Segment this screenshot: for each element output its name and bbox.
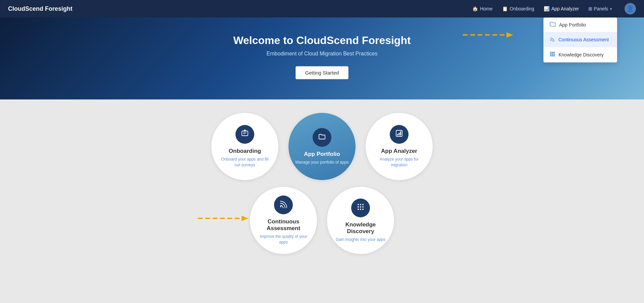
app-brand: CloudScend Foresight	[8, 5, 472, 12]
knowledge-discovery-circle-icon	[356, 203, 365, 213]
app-portfolio-icon-wrap	[313, 128, 331, 147]
circle-app-analyzer[interactable]: App Analyzer Analyze your apps for migra…	[366, 113, 433, 180]
bottom-circles-row: Continuous Assessment Improve the qualit…	[250, 187, 394, 254]
nav-links: 🏠 Home 📋 Onboarding 📊 App Analyzer ⊞ Pan…	[472, 3, 636, 14]
svg-rect-5	[552, 53, 553, 55]
nav-onboarding[interactable]: 📋 Onboarding	[502, 6, 534, 11]
svg-rect-18	[400, 131, 401, 135]
circle-continuous-assessment[interactable]: Continuous Assessment Improve the qualit…	[250, 187, 317, 254]
svg-rect-2	[552, 52, 553, 53]
chevron-down-icon: ▾	[610, 7, 612, 11]
main-arrow	[198, 214, 252, 223]
dropdown-item-continuous-assessment[interactable]: Continuous Assessment	[544, 32, 617, 47]
svg-point-20	[358, 204, 359, 205]
app-analyzer-label: App Analyzer	[381, 148, 417, 155]
svg-point-0	[550, 40, 551, 41]
svg-point-26	[358, 209, 359, 210]
knowledge-discovery-label: Knowledge Discovery	[334, 221, 387, 235]
svg-marker-13	[241, 216, 248, 221]
continuous-assessment-circle-icon	[279, 200, 288, 210]
panels-grid-icon: ⊞	[588, 6, 592, 11]
app-analyzer-circle-icon	[395, 129, 404, 140]
dropdown-item-knowledge-discovery[interactable]: Knowledge Discovery	[544, 47, 617, 62]
svg-point-28	[362, 209, 364, 210]
circle-onboarding[interactable]: Onboarding Onboard your apps and fill ou…	[211, 113, 278, 180]
onboarding-icon-wrap	[235, 125, 254, 144]
app-analyzer-icon: 📊	[544, 6, 549, 11]
rss-icon	[550, 36, 555, 43]
onboarding-label: Onboarding	[229, 148, 261, 155]
app-portfolio-label: App Portfolio	[304, 151, 340, 158]
navbar: CloudScend Foresight 🏠 Home 📋 Onboarding…	[0, 0, 644, 17]
app-analyzer-icon-wrap	[390, 125, 409, 144]
circles-container: Onboarding Onboard your apps and fill ou…	[171, 113, 473, 254]
getting-started-button[interactable]: Getting Started	[296, 66, 349, 79]
nav-home[interactable]: 🏠 Home	[472, 6, 492, 11]
svg-point-24	[360, 206, 361, 208]
circle-knowledge-discovery[interactable]: Knowledge Discovery Gain insights into y…	[327, 187, 394, 254]
onboarding-icon: 📋	[502, 6, 508, 11]
folder-icon	[550, 22, 556, 28]
knowledge-discovery-icon-wrap	[351, 199, 370, 217]
panels-dropdown-menu: App Portfolio Continuous Assessment	[543, 17, 617, 62]
home-icon: 🏠	[472, 6, 478, 11]
svg-point-22	[362, 204, 364, 205]
svg-point-27	[360, 209, 361, 210]
hero-arrow	[463, 30, 517, 40]
onboarding-circle-icon	[240, 129, 249, 140]
circle-app-portfolio[interactable]: App Portfolio Manage your portfolio of a…	[288, 113, 356, 180]
svg-point-19	[280, 206, 281, 207]
svg-rect-6	[553, 53, 555, 55]
grid-icon	[550, 51, 555, 58]
nav-panels-dropdown[interactable]: ⊞ Panels ▾	[588, 6, 612, 11]
svg-point-21	[360, 204, 361, 205]
user-avatar[interactable]: 👤	[625, 3, 636, 14]
svg-rect-17	[399, 133, 400, 135]
avatar-icon: 👤	[627, 5, 634, 12]
svg-point-23	[358, 206, 359, 208]
app-analyzer-sublabel: Analyze your apps for migration	[372, 157, 426, 168]
dropdown-item-app-portfolio[interactable]: App Portfolio	[544, 18, 617, 32]
onboarding-sublabel: Onboard your apps and fill out surveys	[218, 157, 272, 168]
svg-rect-7	[550, 55, 551, 56]
knowledge-discovery-sublabel: Gain insights into your apps	[336, 237, 385, 243]
svg-rect-4	[550, 53, 551, 55]
continuous-assessment-label: Continuous Assessment	[257, 218, 310, 232]
app-portfolio-circle-icon	[318, 132, 326, 143]
svg-rect-1	[550, 52, 551, 53]
main-content: Onboarding Onboard your apps and fill ou…	[0, 99, 644, 274]
svg-marker-11	[506, 32, 513, 38]
app-portfolio-sublabel: Manage your portfolio of apps	[296, 160, 349, 165]
svg-rect-16	[397, 134, 398, 135]
svg-rect-8	[552, 55, 553, 56]
svg-point-25	[362, 206, 364, 208]
continuous-assessment-icon-wrap	[274, 196, 293, 214]
svg-rect-9	[553, 55, 555, 56]
svg-rect-3	[553, 52, 555, 53]
continuous-assessment-sublabel: Improve the quality of your apps	[257, 234, 310, 245]
top-circles-row: Onboarding Onboard your apps and fill ou…	[211, 113, 433, 180]
nav-app-analyzer[interactable]: 📊 App Analyzer	[544, 6, 579, 11]
